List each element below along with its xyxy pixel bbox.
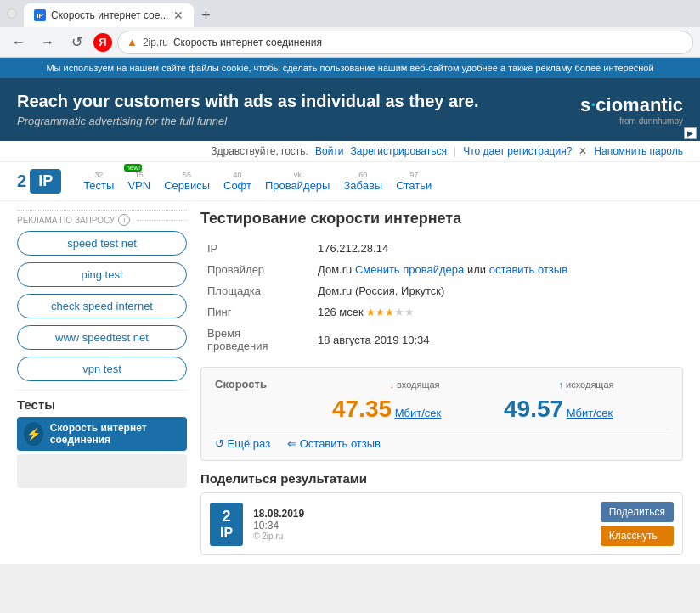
sidebar-btn-www-speedtest-net[interactable]: www speedtest net — [17, 325, 187, 350]
register-link[interactable]: Зарегистрироваться — [351, 145, 447, 157]
vk-share-button[interactable]: Поделиться — [601, 502, 674, 522]
speed-values: 47.35 Мбит/сек 49.57 Мбит/сек — [215, 396, 669, 423]
ping-empty-stars: ★★ — [394, 306, 415, 318]
nav-item-fun[interactable]: 60 Забавы — [338, 169, 387, 194]
ip-value: 176.212.28.14 — [311, 238, 683, 259]
table-row: IP 176.212.28.14 — [200, 238, 683, 259]
cookie-banner: Мы используем на нашем сайте файлы cooki… — [0, 58, 700, 78]
sidebar-test-item-2[interactable] — [17, 454, 187, 488]
share-watermark: © 2ip.ru — [253, 531, 590, 541]
warning-icon: ▲ — [127, 36, 138, 48]
sidebar-test-label: Скорость интернет соединения — [50, 422, 180, 446]
site-logo: 2 IP — [17, 169, 61, 194]
new-tab-button[interactable]: + — [194, 3, 217, 27]
main-content: Тестирование скорости интернета IP 176.2… — [200, 210, 683, 555]
ad-brand-sub: from dunnhumby — [580, 116, 683, 126]
sidebar-btn-speed-test-net[interactable]: speed test net — [17, 231, 187, 256]
share-logo: 2 IP — [210, 503, 243, 546]
address-bar[interactable]: ▲ 2ip.ru Скорость интернет соединения — [117, 31, 693, 54]
divider: | — [454, 145, 456, 157]
cookie-text: Мы используем на нашем сайте файлы cooki… — [46, 63, 653, 73]
share-buttons: Поделиться Класснуть — [601, 502, 674, 546]
speed-actions: ↺ Ещё раз ⇐ Оставить отзыв — [215, 430, 669, 450]
browser-titlebar: IP Скорость интернет сое... ✕ + — [0, 0, 700, 27]
ad-indicator: ▶ — [684, 127, 697, 139]
sidebar-btn-vpn-test[interactable]: vpn test — [17, 357, 187, 381]
nav-item-vpn[interactable]: new! 15 VPN — [122, 169, 155, 194]
ad-banner-wrap: Reach your customers with ads as individ… — [0, 78, 700, 141]
address-url: 2ip.ru — [143, 37, 168, 48]
minimize-button[interactable] — [7, 8, 17, 19]
sidebar: РЕКЛАМА ПО ЗАПРОСУ i speed test net ping… — [17, 210, 187, 555]
browser-toolbar: ← → ↺ Я ▲ 2ip.ru Скорость интернет соеди… — [0, 27, 700, 58]
download-number: 47.35 — [332, 396, 392, 422]
nav-item-soft[interactable]: 40 Софт — [218, 169, 257, 194]
register-info-link[interactable]: Что дает регистрация? — [463, 145, 572, 157]
share-title: Поделиться результатами — [200, 471, 683, 486]
share-section: Поделиться результатами 2 IP 18.08.2019 … — [200, 471, 683, 555]
separator: ✕ — [579, 145, 587, 157]
login-link[interactable]: Войти — [315, 145, 344, 157]
nav-item-services[interactable]: 55 Сервисы — [159, 169, 215, 194]
address-title: Скорость интернет соединения — [173, 37, 322, 48]
remind-password-link[interactable]: Напомнить пароль — [594, 145, 683, 157]
table-row: Площадка Дом.ru (Россия, Иркутск) — [200, 280, 683, 301]
tab-favicon: IP — [34, 9, 46, 21]
time-value: 18 августа 2019 10:34 — [311, 323, 683, 357]
info-table: IP 176.212.28.14 Провайдер Дом.ru Сменит… — [200, 238, 683, 357]
logo-text: IP — [30, 169, 61, 194]
nav-item-articles[interactable]: 97 Статьи — [391, 169, 437, 194]
auth-bar: Здравствуйте, гость. Войти Зарегистриров… — [0, 141, 700, 162]
upload-unit[interactable]: Мбит/сек — [567, 407, 613, 419]
new-badge: new! — [124, 164, 142, 172]
download-unit[interactable]: Мбит/сек — [395, 407, 442, 419]
incoming-label: ↓ входящая — [332, 380, 497, 390]
change-provider-link[interactable]: Сменить провайдера — [355, 263, 464, 276]
speed-test-icon: ⚡ — [24, 422, 43, 446]
table-row: Пинг 126 мсек ★★★★★ — [200, 301, 683, 323]
ad-text: Reach your customers with ads as individ… — [17, 92, 479, 127]
tab-title: Скорость интернет сое... — [51, 9, 168, 21]
speed-header: Скорость ↓ входящая ↑ исходящая — [215, 378, 669, 391]
speed-box: Скорость ↓ входящая ↑ исходящая 47.35 Мб… — [200, 367, 683, 461]
nav-item-providers[interactable]: vk Провайдеры — [260, 169, 335, 194]
forward-button[interactable]: → — [36, 31, 59, 54]
sidebar-ad-label: РЕКЛАМА ПО ЗАПРОСУ i — [17, 210, 187, 226]
yandex-logo[interactable]: Я — [93, 33, 112, 52]
sidebar-test-item-speed[interactable]: ⚡ Скорость интернет соединения — [17, 417, 187, 451]
back-button[interactable]: ← — [7, 31, 31, 54]
ping-label: Пинг — [200, 301, 311, 323]
content-area: РЕКЛАМА ПО ЗАПРОСУ i speed test net ping… — [0, 201, 700, 564]
browser-chrome: IP Скорость интернет сое... ✕ + ← → ↺ Я … — [0, 0, 700, 58]
nav-item-tests[interactable]: 32 Тесты — [78, 169, 119, 194]
review-link[interactable]: ⇐ Оставить отзыв — [287, 437, 381, 450]
provider-label: Провайдер — [200, 259, 311, 280]
ad-banner: Reach your customers with ads as individ… — [0, 78, 700, 141]
active-tab[interactable]: IP Скорость интернет сое... ✕ — [24, 3, 194, 27]
location-label: Площадка — [200, 280, 311, 301]
nav-items: 32 Тесты new! 15 VPN 55 Сервисы 40 Софт … — [78, 169, 437, 194]
download-speed: 47.35 Мбит/сек — [332, 396, 497, 423]
info-icon: i — [118, 214, 130, 226]
location-value: Дом.ru (Россия, Иркутск) — [311, 280, 683, 301]
ping-stars: ★★★ — [366, 306, 394, 318]
ok-share-button[interactable]: Класснуть — [601, 526, 674, 546]
ad-brand: s·ciomantic — [580, 94, 683, 116]
table-row: Провайдер Дом.ru Сменить провайдера или … — [200, 259, 683, 280]
page-title: Тестирование скорости интернета — [200, 210, 683, 228]
ad-headline: Reach your customers with ads as individ… — [17, 92, 479, 111]
ip-label: IP — [200, 238, 311, 259]
sidebar-btn-check-speed-internet[interactable]: check speed internet — [17, 294, 187, 318]
reload-button[interactable]: ↺ — [65, 31, 88, 54]
sidebar-btn-ping-test[interactable]: ping test — [17, 262, 187, 287]
again-link[interactable]: ↺ Ещё раз — [215, 437, 270, 450]
site-wrapper: Мы используем на нашем сайте файлы cooki… — [0, 58, 700, 564]
upload-speed: 49.57 Мбит/сек — [504, 396, 669, 423]
close-tab-button[interactable]: ✕ — [173, 8, 183, 22]
ping-value: 126 мсек ★★★★★ — [311, 301, 683, 323]
ad-brand-block: s·ciomantic from dunnhumby — [580, 94, 683, 126]
leave-review-link[interactable]: оставить отзыв — [489, 263, 567, 276]
upload-number: 49.57 — [504, 396, 563, 422]
window-controls — [7, 8, 17, 19]
provider-value: Дом.ru Сменить провайдера или оставить о… — [311, 259, 683, 280]
